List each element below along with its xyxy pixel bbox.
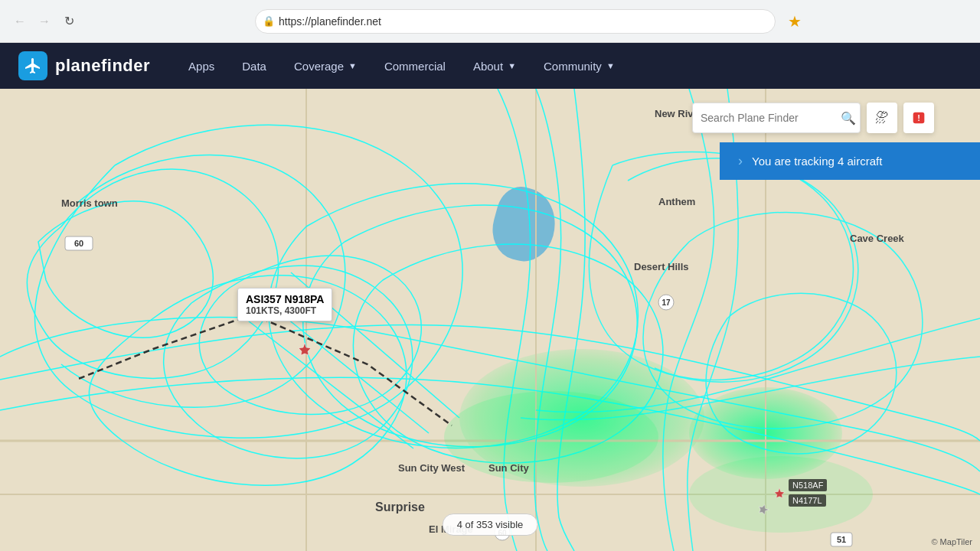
aircraft-marker-2[interactable] bbox=[773, 487, 786, 502]
search-box[interactable]: 🔍 bbox=[692, 103, 861, 133]
search-overlay: 🔍 ⛈ ! bbox=[692, 103, 934, 133]
alert-button[interactable]: ! bbox=[903, 103, 934, 133]
map-container[interactable]: 60 51 17 60 bbox=[0, 89, 980, 551]
tracking-chevron: › bbox=[738, 153, 743, 169]
visible-count: 4 of 353 visible bbox=[457, 519, 524, 530]
app-navbar: planefinder Apps Data Coverage ▼ Commerc… bbox=[0, 43, 980, 89]
nav-community[interactable]: Community ▼ bbox=[530, 43, 629, 89]
search-input[interactable] bbox=[701, 112, 835, 124]
tracking-banner[interactable]: › You are tracking 4 aircraft bbox=[720, 142, 980, 180]
svg-text:!: ! bbox=[917, 113, 920, 122]
browser-chrome: ← → ↻ 🔒 ★ bbox=[0, 0, 980, 43]
nav-coverage[interactable]: Coverage ▼ bbox=[280, 43, 371, 89]
back-button[interactable]: ← bbox=[9, 11, 31, 32]
aircraft-marker-3[interactable] bbox=[758, 504, 770, 519]
nav-commercial[interactable]: Commercial bbox=[371, 43, 459, 89]
logo-icon bbox=[18, 51, 47, 80]
about-chevron: ▼ bbox=[508, 61, 516, 70]
nav-apps[interactable]: Apps bbox=[175, 43, 228, 89]
nav-about[interactable]: About ▼ bbox=[459, 43, 530, 89]
security-icon: 🔒 bbox=[263, 15, 275, 27]
weather-icon: ⛈ bbox=[875, 110, 889, 126]
bookmark-button[interactable]: ★ bbox=[788, 12, 802, 31]
search-button[interactable]: 🔍 bbox=[841, 111, 856, 126]
refresh-button[interactable]: ↻ bbox=[58, 11, 80, 32]
logo-text: planefinder bbox=[55, 56, 150, 76]
community-chevron: ▼ bbox=[606, 61, 615, 70]
status-bar: 4 of 353 visible bbox=[443, 514, 538, 536]
address-bar-container: 🔒 ★ bbox=[86, 9, 971, 34]
address-input[interactable] bbox=[255, 9, 776, 34]
coverage-chevron: ▼ bbox=[348, 61, 357, 70]
aircraft-marker-1[interactable] bbox=[297, 341, 312, 360]
forward-button[interactable]: → bbox=[34, 11, 55, 32]
address-bar-wrap: 🔒 bbox=[255, 9, 776, 34]
copyright: © MapTiler bbox=[931, 537, 972, 546]
tracking-message: You are tracking 4 aircraft bbox=[752, 155, 882, 168]
nav-data[interactable]: Data bbox=[228, 43, 280, 89]
nav-links: Apps Data Coverage ▼ Commercial About ▼ … bbox=[175, 43, 629, 89]
browser-nav-buttons: ← → ↻ bbox=[9, 11, 80, 32]
logo[interactable]: planefinder bbox=[18, 51, 150, 80]
weather-button[interactable]: ⛈ bbox=[867, 103, 897, 133]
